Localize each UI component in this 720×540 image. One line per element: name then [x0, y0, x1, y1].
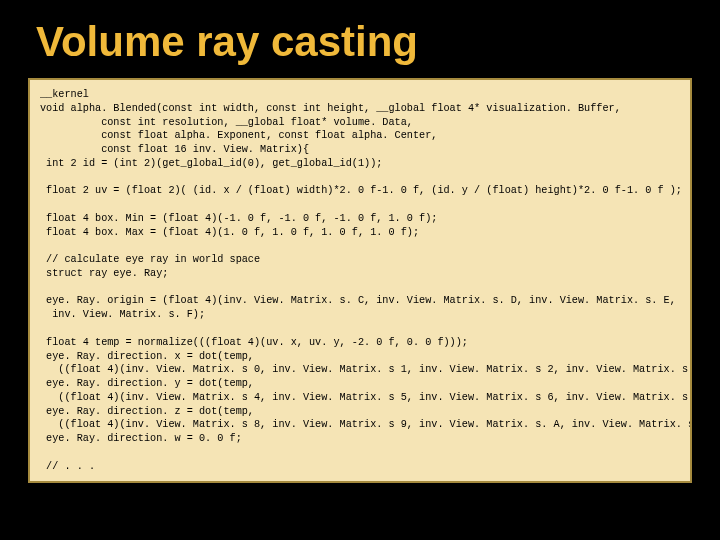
slide-title: Volume ray casting — [36, 18, 692, 66]
slide-container: Volume ray casting __kernel void alpha. … — [0, 0, 720, 540]
code-block: __kernel void alpha. Blended(const int w… — [28, 78, 692, 483]
